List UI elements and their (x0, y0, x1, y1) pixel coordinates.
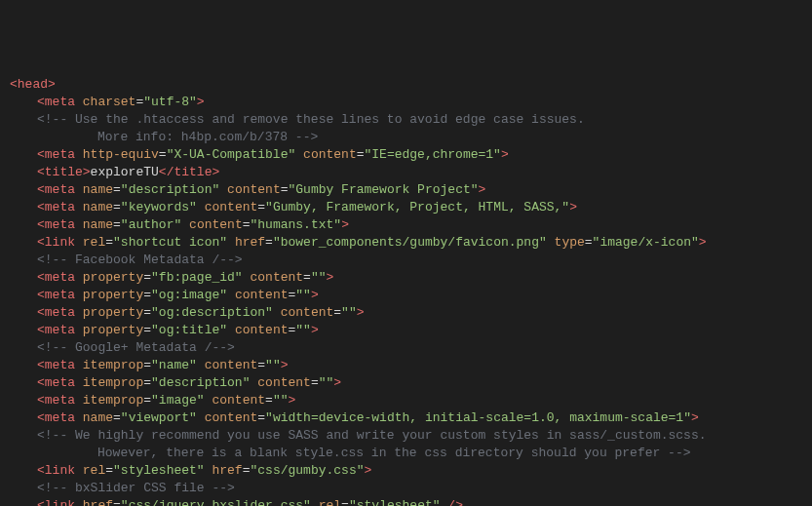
token-attr: content (189, 217, 243, 232)
token-attr: content (257, 375, 311, 390)
code-line: <link href="css/jquery.bxslider.css" rel… (10, 497, 802, 506)
token-attr: itemprop (83, 375, 143, 390)
code-line: <meta name="author" content="humans.txt"… (10, 216, 802, 234)
token-str: "" (273, 393, 289, 408)
token-txt (227, 323, 235, 337)
token-str: "width=device-width, initial-scale=1.0, … (265, 410, 691, 425)
token-cmt: <!-- Facebook Metadata /--> (37, 253, 243, 267)
token-op: = (311, 375, 319, 390)
token-str: "utf-8" (143, 95, 197, 109)
token-txt (219, 182, 227, 197)
code-line: <title>exploreTU</title> (10, 164, 802, 181)
token-tag: > (691, 410, 699, 425)
token-attr: content (205, 410, 258, 425)
token-str: "image/x-icon" (593, 235, 699, 250)
token-cmt: <!-- bxSlider CSS file --> (37, 481, 235, 495)
token-attr: property (83, 323, 143, 337)
token-tag: <link (37, 463, 83, 478)
token-txt (547, 235, 555, 250)
token-attr: content (205, 358, 258, 372)
token-str: "" (265, 358, 281, 372)
token-tag: <meta (37, 200, 83, 214)
code-line: <meta property="og:description" content=… (10, 304, 802, 322)
token-op: = (113, 498, 121, 506)
token-tag: > (569, 200, 577, 214)
token-tag: > (327, 270, 334, 285)
token-txt (227, 288, 235, 302)
token-tag: <meta (37, 182, 83, 197)
token-attr: content (303, 147, 357, 162)
token-str: "og:title" (151, 323, 227, 337)
token-str: "stylesheet" (113, 463, 205, 478)
token-op: = (243, 217, 251, 232)
code-line: <meta itemprop="description" content=""> (10, 374, 802, 392)
token-txt (197, 358, 205, 372)
token-cmt: More info: h4bp.com/b/378 --> (97, 130, 318, 144)
token-str: "Gumby Framework Project" (289, 182, 479, 197)
token-tag: > (341, 217, 349, 232)
token-tag: <link (37, 235, 83, 250)
code-block: <head><meta charset="utf-8"><!-- Use the… (10, 76, 802, 506)
token-txt (181, 217, 189, 232)
token-str: "author" (121, 217, 181, 232)
token-str: "humans.txt" (251, 217, 342, 232)
token-txt (227, 235, 235, 250)
token-op: = (243, 463, 251, 478)
token-tag: <meta (37, 358, 83, 372)
token-op: = (105, 463, 113, 478)
code-line: <meta property="og:image" content=""> (10, 287, 802, 304)
token-attr: content (205, 200, 258, 214)
token-cmt: <!-- Google+ Metadata /--> (37, 340, 235, 355)
token-str: "css/jquery.bxslider.css" (121, 498, 311, 506)
token-op: = (333, 305, 341, 320)
token-str: "" (295, 323, 311, 337)
code-line: More info: h4bp.com/b/378 --> (10, 129, 802, 146)
token-tag: > (479, 182, 486, 197)
token-attr: name (83, 410, 113, 425)
token-str: "" (319, 375, 334, 390)
token-str: "image" (151, 393, 205, 408)
token-attr: content (235, 288, 289, 302)
token-tag: <meta (37, 217, 83, 232)
code-line: <meta name="keywords" content="Gumby, Fr… (10, 199, 802, 216)
token-op: = (105, 235, 113, 250)
token-attr: content (212, 393, 265, 408)
token-attr: itemprop (83, 393, 143, 408)
token-str: "" (295, 288, 311, 302)
token-op: = (257, 200, 265, 214)
token-attr: name (83, 200, 113, 214)
token-tag: <meta (37, 95, 83, 109)
token-tag: <title> (37, 165, 91, 179)
code-line: <meta charset="utf-8"> (10, 94, 802, 111)
token-str: "" (311, 270, 327, 285)
token-attr: href (83, 498, 113, 506)
token-str: "shortcut icon" (113, 235, 227, 250)
token-attr: name (83, 182, 113, 197)
token-tag: > (311, 288, 319, 302)
token-op: = (357, 147, 365, 162)
token-tag: /> (441, 498, 463, 506)
token-attr: itemprop (83, 358, 143, 372)
token-attr: property (83, 288, 143, 302)
token-str: "keywords" (121, 200, 197, 214)
token-str: "Gumby, Framework, Project, HTML, SASS," (265, 200, 569, 214)
code-line: <meta property="og:title" content=""> (10, 322, 802, 339)
token-str: "IE=edge,chrome=1" (365, 147, 501, 162)
token-tag: <meta (37, 323, 83, 337)
token-op: = (143, 288, 151, 302)
token-attr: content (235, 323, 289, 337)
token-tag: <meta (37, 270, 83, 285)
token-txt (273, 305, 281, 320)
token-op: = (265, 235, 273, 250)
token-attr: href (212, 463, 242, 478)
token-tag: > (333, 375, 341, 390)
token-op: = (143, 305, 151, 320)
code-line: <link rel="stylesheet" href="css/gumby.c… (10, 462, 802, 480)
code-line: <meta http-equiv="X-UA-Compatible" conte… (10, 146, 802, 164)
token-tag: > (357, 305, 365, 320)
token-attr: rel (319, 498, 341, 506)
token-tag: > (501, 147, 509, 162)
token-str: "og:description" (151, 305, 273, 320)
token-txt (311, 498, 319, 506)
code-line: However, there is a blank style.css in t… (10, 445, 802, 462)
